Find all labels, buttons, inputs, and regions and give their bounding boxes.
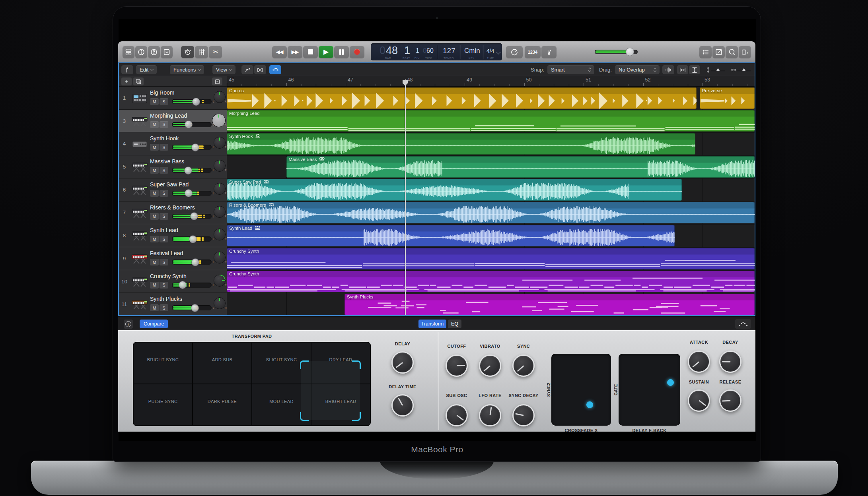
functions-menu[interactable]: Functions	[170, 65, 204, 74]
transform-pad-pulse-sync[interactable]: PULSE SYNC	[134, 384, 192, 425]
vertical-zoom-slider[interactable]	[705, 65, 728, 74]
tab-eq[interactable]: EQ	[448, 320, 461, 328]
play-button[interactable]: ▶	[319, 46, 333, 58]
fit-vertical-button[interactable]	[689, 65, 700, 74]
volume-slider[interactable]	[172, 145, 212, 150]
compare-button[interactable]: Compare	[140, 320, 168, 328]
knob-lfo-rate[interactable]	[479, 404, 501, 426]
view-menu[interactable]: View	[212, 65, 235, 74]
region-synth-hook[interactable]: Synth Hook	[227, 133, 695, 155]
quick-help-button[interactable]	[148, 46, 160, 58]
track-header-massive-bass[interactable]: 5Massive BassMSLR	[119, 155, 227, 178]
xy-pad-crossfade-x[interactable]	[551, 354, 611, 426]
solo-button[interactable]: S	[160, 236, 168, 242]
mute-button[interactable]: M	[150, 121, 159, 128]
region-crunchy-synth[interactable]: Crunchy Synth	[227, 271, 755, 292]
metronome-button[interactable]	[541, 46, 557, 58]
region-crunchy-synth[interactable]: Crunchy Synth	[227, 248, 755, 269]
duplicate-track-button[interactable]	[133, 78, 144, 85]
lcd-chevron-icon[interactable]	[496, 50, 500, 54]
volume-thumb[interactable]	[626, 48, 634, 56]
track-header-synth-plucks[interactable]: 11Synth PlucksMSLR	[119, 293, 227, 315]
edit-menu[interactable]: Edit	[136, 65, 157, 74]
pan-knob[interactable]	[214, 275, 226, 287]
snap-dropdown[interactable]: Smart	[547, 65, 594, 74]
toolbar-button[interactable]	[161, 46, 173, 58]
volume-thumb[interactable]	[191, 258, 199, 266]
forward-button[interactable]: ▶▶	[288, 46, 302, 58]
pan-knob[interactable]	[214, 206, 226, 218]
mixer-button[interactable]	[195, 46, 208, 58]
pan-knob[interactable]	[214, 183, 226, 195]
track-header-big-room[interactable]: 1Big RoomMSLR	[119, 87, 227, 110]
mute-button[interactable]: M	[150, 98, 159, 105]
list-editors-button[interactable]	[699, 46, 712, 58]
region-chorus[interactable]: Chorus	[227, 87, 697, 109]
solo-button[interactable]: S	[160, 304, 168, 311]
volume-thumb[interactable]	[190, 212, 198, 220]
bar-ruler[interactable]: 454647484950515253	[227, 76, 755, 87]
inspector-button[interactable]	[135, 46, 147, 58]
lcd-display[interactable]: 0 48 1 1 0 60 BAR BEAT DIV TICK 127 TEMP…	[371, 43, 502, 60]
knob-delay-time[interactable]	[391, 394, 414, 417]
volume-slider[interactable]	[172, 283, 212, 288]
mute-button[interactable]: M	[150, 236, 159, 242]
solo-button[interactable]: S	[160, 121, 168, 128]
solo-button[interactable]: S	[160, 259, 168, 265]
sc-info-button[interactable]: i	[124, 320, 133, 329]
xy-dot[interactable]	[667, 379, 674, 386]
knob-release[interactable]	[719, 389, 741, 412]
solo-button[interactable]: S	[160, 282, 168, 289]
mute-button[interactable]: M	[150, 304, 159, 311]
volume-thumb[interactable]	[185, 189, 193, 197]
region-risers-boomers[interactable]: Risers & Boomers	[227, 202, 755, 223]
solo-button[interactable]: S	[160, 144, 168, 151]
note-pads-button[interactable]	[712, 46, 725, 58]
knob-cutoff[interactable]	[446, 355, 468, 377]
tab-transform[interactable]: Transform	[418, 320, 446, 328]
solo-button[interactable]: S	[160, 98, 168, 105]
xy-dot[interactable]	[586, 401, 593, 408]
knob-decay[interactable]	[719, 351, 741, 373]
volume-thumb[interactable]	[179, 281, 187, 289]
solo-button[interactable]: S	[160, 167, 168, 174]
loop-browser-button[interactable]	[726, 46, 738, 58]
volume-thumb[interactable]	[191, 143, 199, 151]
volume-slider[interactable]	[172, 168, 212, 173]
knob-vibrato[interactable]	[479, 355, 501, 377]
media-browser-button[interactable]: ♪	[739, 46, 751, 58]
mute-button[interactable]: M	[150, 213, 159, 220]
volume-thumb[interactable]	[191, 304, 199, 312]
region-super-saw-pad[interactable]: Super Saw Pad	[227, 179, 682, 200]
flex-button[interactable]	[254, 65, 266, 74]
track-header-crunchy-synth[interactable]: 10Crunchy SynthMSLR	[119, 270, 227, 293]
pan-knob[interactable]	[214, 91, 226, 103]
knob-sync-decay[interactable]	[512, 404, 535, 426]
volume-thumb[interactable]	[185, 120, 193, 128]
fit-horizontal-button[interactable]	[677, 65, 688, 74]
flex-pitch-button[interactable]	[269, 65, 281, 74]
drag-dropdown[interactable]: No Overlap	[615, 65, 660, 74]
playhead[interactable]	[405, 79, 406, 315]
track-header-risers-boomers[interactable]: 7Risers & BoomersMSLR	[119, 202, 227, 225]
pause-button[interactable]	[334, 46, 349, 58]
mute-button[interactable]: M	[150, 167, 159, 174]
pan-knob[interactable]	[214, 229, 226, 240]
smart-controls-button[interactable]	[181, 46, 194, 58]
track-options-button[interactable]	[212, 78, 222, 85]
waveform-zoom-button[interactable]	[662, 65, 674, 74]
transform-pad-selector[interactable]	[301, 361, 360, 420]
volume-slider[interactable]	[172, 260, 212, 265]
transform-pad-bright-sync[interactable]: BRIGHT SYNC	[134, 343, 192, 384]
transform-pad-dark-pulse[interactable]: DARK PULSE	[193, 384, 251, 425]
pan-knob[interactable]	[214, 160, 226, 172]
track-header-morphing-lead[interactable]: 3Morphing LeadMSLR	[119, 110, 227, 133]
library-button[interactable]	[123, 46, 134, 58]
knob-attack[interactable]	[688, 351, 710, 373]
master-volume-slider[interactable]	[595, 50, 638, 54]
volume-thumb[interactable]	[184, 167, 192, 174]
knob-delay[interactable]	[391, 351, 414, 374]
region-morphing-lead[interactable]: Morphing Lead	[227, 110, 755, 132]
region-synth-plucks[interactable]: Synth Plucks	[344, 294, 755, 315]
knob-sub-osc[interactable]	[446, 404, 468, 426]
